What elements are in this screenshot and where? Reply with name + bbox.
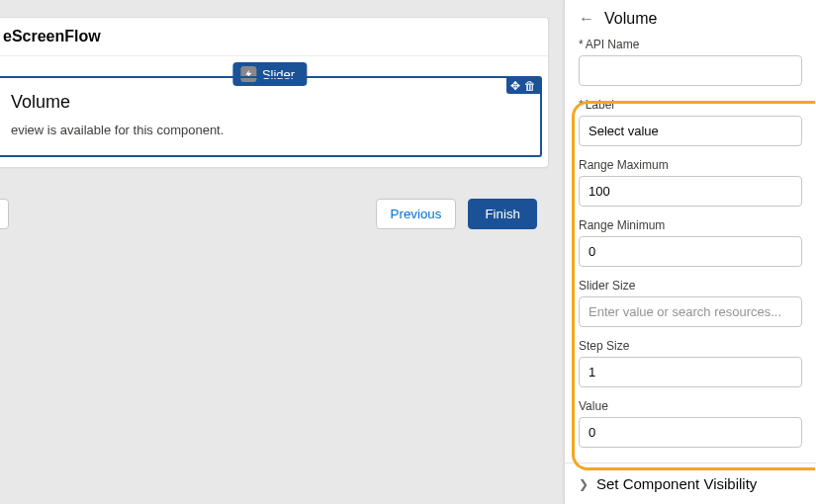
finish-button[interactable]: Finish <box>468 199 537 229</box>
delete-icon[interactable]: 🗑 <box>524 80 536 92</box>
range-min-label: Range Minimum <box>579 218 802 232</box>
accordion-visibility[interactable]: ❯ Set Component Visibility <box>565 462 816 504</box>
range-max-label: Range Maximum <box>579 158 802 172</box>
field-value: Value <box>579 399 802 448</box>
api-name-input[interactable] <box>579 55 802 86</box>
screen-panel: eScreenFlow Slider ✥ 🗑 Volume eview is a… <box>0 17 549 168</box>
step-size-label: Step Size <box>579 339 802 353</box>
component-label: Volume <box>11 92 528 113</box>
panel-title: Volume <box>604 10 657 28</box>
canvas-area: eScreenFlow Slider ✥ 🗑 Volume eview is a… <box>0 0 564 504</box>
field-range-max: Range Maximum <box>579 158 802 207</box>
value-input[interactable] <box>579 417 802 448</box>
api-name-label: API Name <box>579 38 802 51</box>
selection-handles: ✥ 🗑 <box>506 78 540 94</box>
field-slider-size: Slider Size <box>579 279 802 327</box>
pause-button-partial[interactable]: e <box>0 199 9 229</box>
previous-button[interactable]: Previous <box>376 199 457 229</box>
component-wrap: Slider ✥ 🗑 Volume eview is available for… <box>0 76 548 167</box>
value-label: Value <box>579 399 802 413</box>
field-label: Label <box>579 98 802 146</box>
screen-title: eScreenFlow <box>0 18 548 56</box>
step-size-input[interactable] <box>579 357 802 387</box>
slider-size-label: Slider Size <box>579 279 802 293</box>
field-step-size: Step Size <box>579 339 802 387</box>
back-arrow-icon[interactable]: ← <box>579 10 594 28</box>
slider-size-input[interactable] <box>579 296 802 327</box>
field-range-min: Range Minimum <box>579 218 802 267</box>
accordion-label: Set Component Visibility <box>596 475 757 492</box>
panel-header: ← Volume <box>565 0 816 34</box>
label-label: Label <box>579 98 802 112</box>
move-icon[interactable]: ✥ <box>510 80 520 92</box>
label-input[interactable] <box>579 116 802 146</box>
panel-body: API Name Label Range Maximum Range Minim… <box>565 34 816 448</box>
field-api-name: API Name <box>579 38 802 86</box>
chevron-right-icon: ❯ <box>579 477 589 491</box>
range-min-input[interactable] <box>579 236 802 267</box>
preview-note: eview is available for this component. <box>11 123 528 137</box>
range-max-input[interactable] <box>579 176 802 207</box>
selected-component[interactable]: ✥ 🗑 Volume eview is available for this c… <box>0 76 542 157</box>
footer-buttons: e Previous Finish <box>0 193 549 235</box>
properties-panel: ← Volume API Name Label Range Maximum Ra… <box>564 0 816 504</box>
